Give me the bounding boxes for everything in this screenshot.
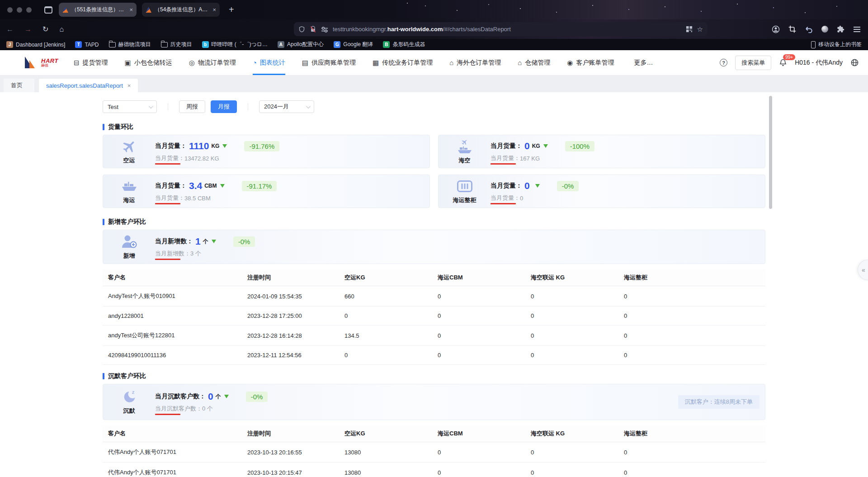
new-tab-button[interactable]: + bbox=[229, 5, 234, 15]
nav-item-label: 传统业务订单管理 bbox=[382, 59, 433, 67]
minimize-window-button[interactable] bbox=[17, 7, 22, 13]
table-row[interactable]: 代伟Andy个人账号0717012023-10-13 20:15:4713080… bbox=[103, 463, 765, 477]
nav-item-charts[interactable]: ◔ 图表统计 bbox=[253, 50, 285, 75]
column-header[interactable]: 客户名 bbox=[103, 269, 242, 286]
table-cell: 0 bbox=[525, 326, 618, 346]
bookmark-google-translate[interactable]: G Google 翻译 bbox=[334, 41, 373, 48]
menu-hamburger-icon[interactable] bbox=[853, 26, 861, 33]
notifications-bell[interactable]: 99+ bbox=[779, 58, 787, 67]
mobile-bookmarks[interactable]: 移动设备上的书签 bbox=[811, 41, 862, 48]
nav-item-parcel-transfer[interactable]: ▣ 小包仓储转运 bbox=[124, 50, 172, 75]
page-tab-home[interactable]: 首页 bbox=[4, 79, 34, 92]
lock-disabled-icon[interactable] bbox=[310, 26, 316, 33]
column-header[interactable]: 海空联运 KG bbox=[525, 425, 618, 442]
weekly-report-button[interactable]: 周报 bbox=[179, 100, 205, 113]
column-header[interactable]: 海运CBM bbox=[432, 425, 525, 442]
qr-code-icon[interactable] bbox=[686, 26, 693, 33]
page-tab-sales-report[interactable]: salesReport.salesDataReport × bbox=[39, 79, 138, 92]
column-header[interactable]: 注册时间 bbox=[242, 425, 339, 442]
home-icon[interactable]: ⌂ bbox=[59, 25, 64, 33]
browser-tab-bar: （551条推送信息）salesReport.s × （54条推送信息）AR账单查… bbox=[0, 0, 868, 19]
reload-icon[interactable]: ↻ bbox=[42, 25, 48, 33]
table-cell: 0 bbox=[432, 307, 525, 326]
percent-change-badge: -0% bbox=[246, 392, 268, 402]
bookmark-star-icon[interactable]: ☆ bbox=[697, 25, 703, 33]
extension-sphere-icon[interactable] bbox=[821, 26, 828, 33]
vertical-scrollbar[interactable] bbox=[769, 96, 772, 209]
extensions-puzzle-icon[interactable] bbox=[837, 25, 844, 33]
url-text[interactable]: testtrunkbookingmgr.hart-worldwide.com/#… bbox=[333, 26, 681, 33]
collapse-drawer-handle[interactable]: « bbox=[858, 260, 868, 280]
volume-card-sea-air: 海空 当月货量： 0 KG -100% 当月货量： 167 KG bbox=[438, 135, 765, 168]
shield-icon[interactable] bbox=[298, 26, 305, 33]
permissions-icon[interactable] bbox=[321, 26, 328, 33]
column-header[interactable]: 客户名 bbox=[103, 425, 242, 442]
window-controls bbox=[7, 7, 32, 13]
prev-stat-label: 当月新增数： bbox=[155, 250, 190, 258]
column-header[interactable]: 海运整柜 bbox=[618, 425, 765, 442]
bookmark-bilibili[interactable]: b 哔哩哔哩 (゜-゜)つロ… bbox=[202, 41, 268, 48]
search-menu-button[interactable]: 搜索菜单 bbox=[735, 56, 771, 70]
tab-close-icon[interactable]: × bbox=[129, 6, 133, 13]
app-menu-bar: HART赫德 ⊟ 提货管理 ▣ 小包仓储转运 ◎ 物流订单管理 ◔ 图表统计 bbox=[0, 50, 868, 76]
column-header[interactable]: 空运KG bbox=[339, 269, 432, 286]
language-globe-icon[interactable] bbox=[850, 58, 859, 67]
new-customers-card: 新增 当月新增数： 1 个 -0% 当月新增数： 3 个 bbox=[103, 230, 765, 264]
stat-label: 当月货量： bbox=[491, 182, 522, 190]
browser-tab-push-54[interactable]: （54条推送信息）AR账单查询 - 赫 × bbox=[142, 3, 220, 17]
nav-item-label: 仓储管理 bbox=[525, 59, 550, 67]
table-row[interactable]: andyTest公司账号1228012023-12-28 16:14:28134… bbox=[103, 326, 765, 346]
undo-arrow-icon[interactable] bbox=[805, 26, 813, 33]
nav-item-supplier-bills[interactable]: ▤ 供应商账单管理 bbox=[302, 50, 356, 75]
table-row[interactable]: 4209841990100111362023-12-11 12:54:56000… bbox=[103, 346, 765, 365]
bookmark-tapd[interactable]: T TAPD bbox=[75, 41, 99, 48]
tab-close-icon[interactable]: × bbox=[212, 6, 216, 13]
table-row[interactable]: AndyTest个人账号0109012024-01-09 15:54:35660… bbox=[103, 286, 765, 307]
report-type-select[interactable]: Test bbox=[103, 100, 157, 113]
column-header[interactable]: 注册时间 bbox=[242, 269, 339, 286]
back-icon[interactable]: ← bbox=[6, 25, 14, 33]
nav-item-icon: ▦ bbox=[373, 59, 379, 67]
nav-item-logistics-orders[interactable]: ◎ 物流订单管理 bbox=[189, 50, 236, 75]
section-title-volume: 货量环比 bbox=[103, 123, 765, 131]
stat-label: 当月货量： bbox=[491, 142, 522, 150]
bookmark-apollo[interactable]: A Apollo配置中心 bbox=[278, 41, 324, 48]
nav-item-traditional-orders[interactable]: ▦ 传统业务订单管理 bbox=[373, 50, 433, 75]
nav-item-icon: ⊟ bbox=[74, 59, 80, 67]
period-select[interactable]: 2024一月 bbox=[259, 100, 314, 113]
url-bar[interactable]: testtrunkbookingmgr.hart-worldwide.com/#… bbox=[294, 22, 708, 36]
nav-item-more[interactable]: 更多… bbox=[631, 50, 653, 75]
table-cell: 0 bbox=[432, 463, 525, 477]
column-header[interactable]: 海运整柜 bbox=[618, 269, 765, 286]
table-row[interactable]: andy12280012023-12-28 17:25:000000 bbox=[103, 307, 765, 326]
bookmark-jenkins[interactable]: J Dashboard [Jenkins] bbox=[6, 41, 65, 48]
column-header[interactable]: 海运CBM bbox=[432, 269, 525, 286]
prev-stat-value: 13472.82 KG bbox=[184, 155, 219, 162]
forward-icon[interactable]: → bbox=[24, 25, 32, 33]
hart-favicon bbox=[62, 7, 68, 13]
hart-logo[interactable]: HART赫德 bbox=[25, 57, 58, 69]
account-icon[interactable] bbox=[772, 25, 780, 33]
column-header[interactable]: 空运KG bbox=[339, 425, 432, 442]
firefox-view-icon[interactable] bbox=[44, 6, 52, 14]
column-header[interactable]: 海空联运 KG bbox=[525, 269, 618, 286]
volume-card-sea-fcl: 海运整柜 当月货量： 0 -0% 当月货量： 0 bbox=[438, 175, 765, 208]
bookmark-history-folder[interactable]: 历史项目 bbox=[161, 41, 192, 48]
stat-label: 当月沉默客户数： bbox=[155, 392, 206, 401]
screenshot-crop-icon[interactable] bbox=[788, 25, 796, 33]
browser-tab-push-551[interactable]: （551条推送信息）salesReport.s × bbox=[59, 3, 137, 17]
nav-item-warehouse[interactable]: ⌂ 仓储管理 bbox=[518, 50, 550, 75]
table-cell: 0 bbox=[618, 307, 765, 326]
bookmark-barcode-generator[interactable]: B 条形码生成器 bbox=[383, 41, 425, 48]
close-window-button[interactable] bbox=[7, 7, 13, 13]
bookmark-hart-logistics-folder[interactable]: 赫德物流项目 bbox=[109, 41, 151, 48]
nav-item-overseas-warehouse[interactable]: ⌂ 海外仓订单管理 bbox=[449, 50, 501, 75]
nav-item-customer-bills[interactable]: ◉ 客户账单管理 bbox=[567, 50, 614, 75]
monthly-report-button[interactable]: 月报 bbox=[211, 100, 237, 113]
page-tab-close-icon[interactable]: × bbox=[127, 82, 131, 89]
zoom-window-button[interactable] bbox=[26, 7, 32, 13]
help-icon[interactable]: ? bbox=[720, 59, 727, 66]
user-menu[interactable]: H016 - 代伟Andy bbox=[795, 59, 843, 67]
table-row[interactable]: 代伟Andy个人账号0717012023-10-13 20:16:5513080… bbox=[103, 442, 765, 463]
nav-item-pickup[interactable]: ⊟ 提货管理 bbox=[74, 50, 108, 75]
